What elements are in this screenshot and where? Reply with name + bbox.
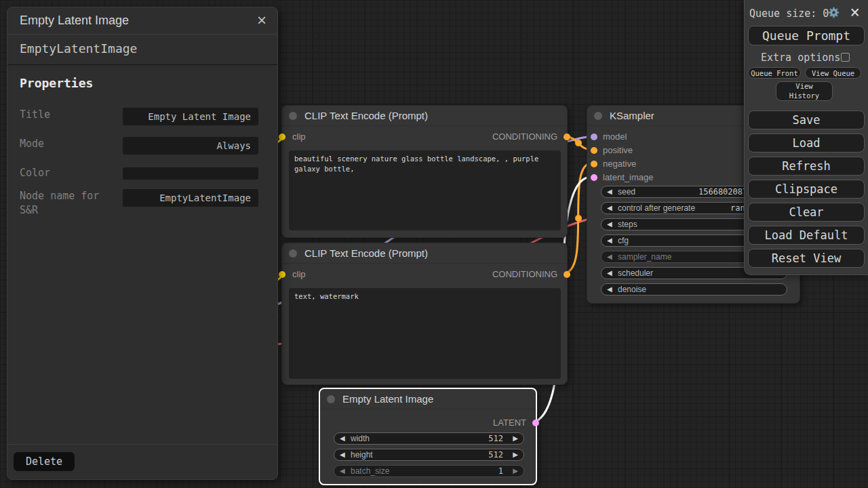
widget-value: 512 xyxy=(488,449,503,461)
widget-value: 1 xyxy=(498,466,503,477)
collapse-dot-icon[interactable] xyxy=(289,112,297,120)
node-clip-text-encode-negative[interactable]: CLIP Text Encode (Prompt) clip CONDITION… xyxy=(281,243,568,385)
model-input-label: model xyxy=(603,130,627,144)
decrement-arrow-icon[interactable]: ◀ xyxy=(607,235,612,246)
width-widget[interactable]: ◀ width 512 ▶ xyxy=(334,432,524,445)
close-icon[interactable]: × xyxy=(253,11,271,30)
collapse-dot-icon[interactable] xyxy=(289,249,297,258)
property-label: Mode xyxy=(20,137,121,151)
collapse-dot-icon[interactable] xyxy=(327,395,335,403)
node-title: CLIP Text Encode (Prompt) xyxy=(304,243,428,264)
increment-arrow-icon[interactable]: ▶ xyxy=(513,433,518,444)
widget-label: height xyxy=(351,449,373,461)
positive-input-slot[interactable] xyxy=(591,147,597,154)
conditioning-output-label: CONDITIONING xyxy=(492,130,557,144)
settings-gear-icon[interactable] xyxy=(828,7,840,18)
positive-input-label: positive xyxy=(603,144,633,157)
close-menu-icon[interactable]: × xyxy=(850,3,860,22)
model-input-slot[interactable] xyxy=(591,134,597,140)
queue-size-label: Queue size: 0 xyxy=(749,7,829,20)
load-button[interactable]: Load xyxy=(748,134,865,152)
collapse-dot-icon[interactable] xyxy=(594,112,602,120)
extra-options-label: Extra options xyxy=(761,52,840,64)
view-queue-button[interactable]: View Queue xyxy=(805,67,861,79)
color-value-field[interactable] xyxy=(123,167,258,180)
node-header[interactable]: CLIP Text Encode (Prompt) xyxy=(282,243,567,264)
link-midpoint-dot xyxy=(575,215,582,222)
property-label: Color xyxy=(20,166,121,180)
decrement-arrow-icon[interactable]: ◀ xyxy=(340,433,345,444)
node-empty-latent-image[interactable]: Empty Latent Image LATENT ◀ width 512 ▶ … xyxy=(319,388,537,485)
title-value-field[interactable]: Empty Latent Image xyxy=(123,108,258,125)
latent-output-slot[interactable] xyxy=(532,420,539,426)
properties-panel-header: Empty Latent Image × xyxy=(7,7,277,35)
widget-label: width xyxy=(351,433,370,445)
positive-prompt-textarea[interactable]: beautiful scenery nature glass bottle la… xyxy=(289,150,561,230)
clip-input-label: clip xyxy=(292,268,306,281)
node-type-name: EmptyLatentImage xyxy=(20,41,137,56)
node-header[interactable]: CLIP Text Encode (Prompt) xyxy=(282,106,567,126)
conditioning-output-slot[interactable] xyxy=(564,271,570,278)
mode-value-field[interactable]: Always xyxy=(123,137,258,155)
node-header[interactable]: Empty Latent Image xyxy=(320,389,536,409)
property-label: Node name for S&R xyxy=(20,189,121,218)
properties-panel-footer: Delete xyxy=(7,444,277,479)
link-midpoint-dot xyxy=(575,140,582,146)
decrement-arrow-icon[interactable]: ◀ xyxy=(340,449,345,460)
widget-label: batch_size xyxy=(351,466,389,477)
node-title: CLIP Text Encode (Prompt) xyxy=(304,106,428,126)
properties-section-title: Properties xyxy=(7,65,277,93)
negative-input-slot[interactable] xyxy=(591,161,597,167)
widget-label: control after generate xyxy=(618,203,695,214)
batch-size-widget[interactable]: ◀ batch_size 1 ▶ xyxy=(334,465,524,477)
widget-value: 1566802087 xyxy=(698,186,747,198)
panel-title: Empty Latent Image xyxy=(20,14,129,28)
queue-prompt-button[interactable]: Queue Prompt xyxy=(748,26,865,45)
latent-image-input-slot[interactable] xyxy=(591,174,597,181)
node-properties-panel: Empty Latent Image × EmptyLatentImage Pr… xyxy=(7,7,278,480)
widget-label: denoise xyxy=(618,284,646,296)
negative-input-label: negative xyxy=(603,157,636,171)
clip-input-slot[interactable] xyxy=(279,271,285,278)
delete-node-button[interactable]: Delete xyxy=(14,452,75,471)
decrement-arrow-icon[interactable]: ◀ xyxy=(607,284,612,295)
decrement-arrow-icon[interactable]: ◀ xyxy=(607,219,612,230)
decrement-arrow-icon[interactable]: ◀ xyxy=(607,251,612,262)
denoise-widget[interactable]: ◀ denoise xyxy=(601,283,787,296)
save-button[interactable]: Save xyxy=(748,110,865,129)
extra-options-checkbox[interactable] xyxy=(841,53,850,62)
clear-button[interactable]: Clear xyxy=(748,203,865,222)
clipspace-button[interactable]: Clipspace xyxy=(748,180,865,199)
widget-label: seed xyxy=(618,186,635,198)
increment-arrow-icon[interactable]: ▶ xyxy=(513,449,518,460)
clip-input-slot[interactable] xyxy=(279,134,285,140)
increment-arrow-icon[interactable]: ▶ xyxy=(513,466,518,476)
conditioning-output-slot[interactable] xyxy=(564,134,570,140)
reset-view-button[interactable]: Reset View xyxy=(748,249,865,268)
node-name-value-field[interactable]: EmptyLatentImage xyxy=(123,189,258,207)
node-clip-text-encode-positive[interactable]: CLIP Text Encode (Prompt) clip CONDITION… xyxy=(281,105,568,238)
latent-output-label: LATENT xyxy=(493,416,526,430)
widget-value: 512 xyxy=(488,433,503,445)
comfyui-canvas[interactable]: { "palette": { "clip_slot": "#FFD500", "… xyxy=(0,0,868,488)
decrement-arrow-icon[interactable]: ◀ xyxy=(340,466,345,476)
comfyui-menu-panel: Queue size: 0 × Queue Prompt Extra optio… xyxy=(744,0,868,275)
widget-label: cfg xyxy=(618,235,629,247)
decrement-arrow-icon[interactable]: ◀ xyxy=(607,186,612,197)
height-widget[interactable]: ◀ height 512 ▶ xyxy=(334,449,524,461)
load-default-button[interactable]: Load Default xyxy=(748,226,865,245)
widget-label: steps xyxy=(618,219,637,230)
view-history-button[interactable]: ViewHistory xyxy=(776,81,833,101)
decrement-arrow-icon[interactable]: ◀ xyxy=(607,268,612,279)
decrement-arrow-icon[interactable]: ◀ xyxy=(607,203,612,214)
property-label: Title xyxy=(20,108,121,122)
conditioning-output-label: CONDITIONING xyxy=(492,268,557,281)
queue-front-button[interactable]: Queue Front xyxy=(748,67,801,79)
node-title: KSampler xyxy=(610,106,654,126)
latent-image-input-label: latent_image xyxy=(603,171,653,184)
widget-label: sampler_name xyxy=(618,251,671,263)
clip-input-label: clip xyxy=(292,130,306,144)
negative-prompt-textarea[interactable]: text, watermark xyxy=(289,288,561,379)
refresh-button[interactable]: Refresh xyxy=(748,157,865,176)
node-title: Empty Latent Image xyxy=(342,389,433,409)
